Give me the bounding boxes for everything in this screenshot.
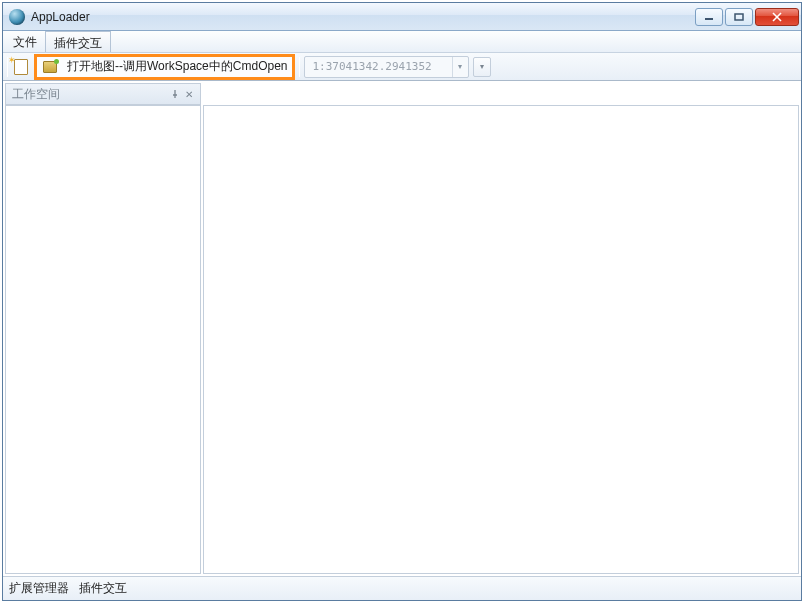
maximize-icon (734, 13, 744, 21)
scale-value: 1:37041342.2941352 (305, 60, 452, 73)
statusbar: 扩展管理器 插件交互 (3, 576, 801, 600)
toolbar: 打开地图--调用WorkSpace中的CmdOpen 1:37041342.29… (3, 53, 801, 81)
content-area: 工作空间 ✕ (3, 81, 801, 576)
open-map-button[interactable]: 打开地图--调用WorkSpace中的CmdOpen (34, 54, 295, 80)
app-icon (9, 9, 25, 25)
main-canvas[interactable] (203, 105, 799, 574)
pin-icon[interactable] (168, 87, 182, 101)
workspace-container: 工作空间 ✕ (5, 83, 799, 574)
side-panel-title: 工作空间 (12, 86, 168, 103)
new-document-icon (14, 59, 28, 75)
window-controls (695, 8, 799, 26)
new-document-button[interactable] (12, 58, 30, 76)
body-row (5, 105, 799, 574)
svg-rect-1 (735, 14, 743, 20)
menu-plugin-interaction[interactable]: 插件交互 (45, 31, 111, 52)
menubar: 文件 插件交互 (3, 31, 801, 53)
toolbar-separator (299, 57, 300, 77)
menu-file[interactable]: 文件 (5, 31, 45, 52)
panel-close-icon[interactable]: ✕ (182, 87, 196, 101)
titlebar: AppLoader (3, 3, 801, 31)
toolbar-overflow-button[interactable]: ▾ (473, 57, 491, 77)
open-folder-icon (43, 61, 57, 73)
window-title: AppLoader (31, 10, 695, 24)
chevron-down-icon: ▾ (452, 57, 468, 77)
close-icon (771, 12, 783, 22)
status-plugin-interaction[interactable]: 插件交互 (79, 580, 127, 597)
minimize-icon (704, 13, 714, 21)
workspace-tree-panel[interactable] (5, 105, 201, 574)
open-map-label: 打开地图--调用WorkSpace中的CmdOpen (67, 58, 288, 75)
chevron-down-icon: ▾ (480, 62, 484, 71)
close-button[interactable] (755, 8, 799, 26)
app-window: AppLoader 文件 插件交互 打开地图--调用WorkSpace中的Cmd… (2, 2, 802, 601)
scale-combobox[interactable]: 1:37041342.2941352 ▾ (304, 56, 469, 78)
maximize-button[interactable] (725, 8, 753, 26)
minimize-button[interactable] (695, 8, 723, 26)
side-panel-header: 工作空间 ✕ (5, 83, 201, 105)
status-extension-manager[interactable]: 扩展管理器 (9, 580, 69, 597)
